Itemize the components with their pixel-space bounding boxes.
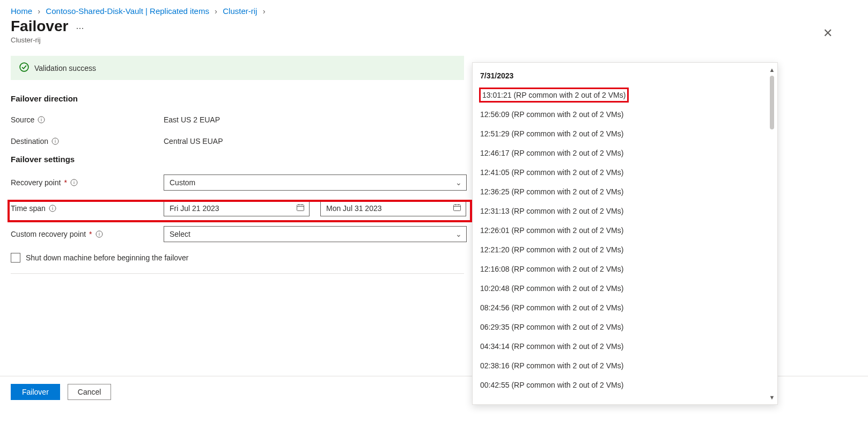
chevron-right-icon: › xyxy=(215,6,217,16)
custom-recovery-point-label: Custom recovery point xyxy=(11,230,86,238)
chevron-right-icon: › xyxy=(38,6,40,16)
breadcrumb-cluster[interactable]: Cluster-rij xyxy=(223,6,257,16)
recovery-point-option[interactable]: 12:46:17 (RP common with 2 out of 2 VMs) xyxy=(473,143,777,163)
time-span-label: Time span xyxy=(11,204,46,213)
custom-recovery-point-value: Select xyxy=(170,230,190,238)
svg-rect-9 xyxy=(297,205,304,211)
breadcrumb-home[interactable]: Home xyxy=(11,6,32,16)
destination-value: Central US EUAP xyxy=(164,137,223,146)
info-icon[interactable]: i xyxy=(38,116,45,123)
recovery-point-option[interactable]: 13:01:21 (RP common with 2 out of 2 VMs) xyxy=(480,89,628,101)
recovery-point-option[interactable]: 12:21:20 (RP common with 2 out of 2 VMs) xyxy=(473,240,777,259)
info-icon[interactable]: i xyxy=(95,230,103,238)
info-icon[interactable]: i xyxy=(49,205,56,212)
svg-text:i: i xyxy=(41,117,42,122)
source-label: Source xyxy=(11,115,34,124)
breadcrumb: Home › Contoso-Shared-Disk-Vault | Repli… xyxy=(0,0,868,18)
recovery-point-option[interactable]: 12:56:09 (RP common with 2 out of 2 VMs) xyxy=(473,105,777,124)
scrollbar[interactable]: ▲ ▼ xyxy=(769,66,775,401)
recovery-point-option[interactable]: 10:20:48 (RP common with 2 out of 2 VMs) xyxy=(473,279,777,298)
time-span-to-value: Mon Jul 31 2023 xyxy=(326,204,382,213)
svg-text:i: i xyxy=(99,231,100,237)
recovery-point-option[interactable]: 02:38:16 (RP common with 2 out of 2 VMs) xyxy=(473,356,777,375)
close-button[interactable]: ✕ xyxy=(820,26,836,41)
recovery-point-option[interactable]: 12:36:25 (RP common with 2 out of 2 VMs) xyxy=(473,182,777,201)
failover-button[interactable]: Failover xyxy=(11,384,60,400)
chevron-down-icon: ⌄ xyxy=(455,230,462,238)
recovery-point-option[interactable]: 12:16:08 (RP common with 2 out of 2 VMs) xyxy=(473,259,777,279)
shutdown-checkbox[interactable] xyxy=(11,253,20,263)
svg-text:i: i xyxy=(55,139,56,144)
chevron-right-icon: › xyxy=(263,6,266,16)
cancel-button[interactable]: Cancel xyxy=(68,384,112,400)
svg-point-0 xyxy=(20,63,28,71)
svg-text:i: i xyxy=(52,206,53,211)
check-circle-icon xyxy=(19,62,29,74)
chevron-down-icon: ⌄ xyxy=(455,178,462,187)
resource-subtitle: Cluster-rij xyxy=(0,36,868,56)
recovery-point-option[interactable]: 08:24:56 (RP common with 2 out of 2 VMs) xyxy=(473,298,777,317)
recovery-point-label: Recovery point xyxy=(11,178,61,187)
shutdown-checkbox-label[interactable]: Shut down machine before beginning the f… xyxy=(26,253,189,262)
time-span-to-input[interactable]: Mon Jul 31 2023 xyxy=(320,200,466,216)
page-title: Failover xyxy=(11,18,68,35)
required-indicator: * xyxy=(64,178,67,187)
recovery-point-value: Custom xyxy=(170,178,195,187)
custom-recovery-point-select[interactable]: Select ⌄ xyxy=(164,226,467,242)
svg-rect-13 xyxy=(454,205,461,211)
svg-text:i: i xyxy=(73,180,75,185)
destination-label: Destination xyxy=(11,137,48,146)
validation-banner: Validation success xyxy=(11,56,464,80)
recovery-point-option[interactable]: 12:31:13 (RP common with 2 out of 2 VMs) xyxy=(473,201,777,221)
flyout-date-header: 7/31/2023 xyxy=(473,68,777,85)
scroll-up-icon: ▲ xyxy=(769,66,775,74)
recovery-point-select[interactable]: Custom ⌄ xyxy=(164,174,467,191)
calendar-icon xyxy=(296,203,305,214)
validation-message: Validation success xyxy=(34,64,96,72)
recovery-point-option[interactable]: 12:41:05 (RP common with 2 out of 2 VMs) xyxy=(473,163,777,182)
scroll-down-icon: ▼ xyxy=(769,394,775,401)
calendar-icon xyxy=(453,203,461,214)
recovery-point-option[interactable]: 12:51:29 (RP common with 2 out of 2 VMs) xyxy=(473,124,777,143)
recovery-point-option[interactable]: 00:42:55 (RP common with 2 out of 2 VMs) xyxy=(473,375,777,395)
recovery-point-option[interactable]: 12:26:01 (RP common with 2 out of 2 VMs) xyxy=(473,221,777,240)
scrollbar-thumb[interactable] xyxy=(770,76,774,129)
recovery-point-option[interactable]: 04:34:14 (RP common with 2 out of 2 VMs) xyxy=(473,337,777,356)
close-icon: ✕ xyxy=(823,26,833,40)
more-actions-button[interactable]: ··· xyxy=(76,23,84,34)
recovery-point-option[interactable]: 06:29:35 (RP common with 2 out of 2 VMs) xyxy=(473,317,777,337)
source-value: East US 2 EUAP xyxy=(164,115,220,124)
info-icon[interactable]: i xyxy=(52,137,59,145)
time-span-from-input[interactable]: Fri Jul 21 2023 xyxy=(164,200,310,216)
divider xyxy=(11,273,464,274)
time-span-from-value: Fri Jul 21 2023 xyxy=(170,204,219,213)
info-icon[interactable]: i xyxy=(70,179,78,186)
breadcrumb-vault[interactable]: Contoso-Shared-Disk-Vault | Replicated i… xyxy=(46,6,209,16)
required-indicator: * xyxy=(89,230,92,238)
recovery-point-flyout: 7/31/2023 13:01:21 (RP common with 2 out… xyxy=(472,62,778,405)
